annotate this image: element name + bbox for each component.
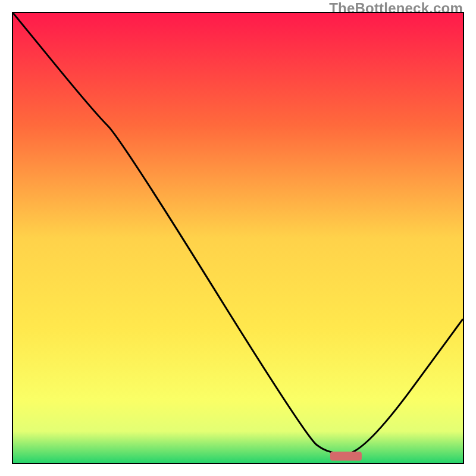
gradient-background	[13, 13, 463, 463]
bottleneck-chart	[13, 13, 463, 463]
optimal-marker	[330, 452, 362, 461]
